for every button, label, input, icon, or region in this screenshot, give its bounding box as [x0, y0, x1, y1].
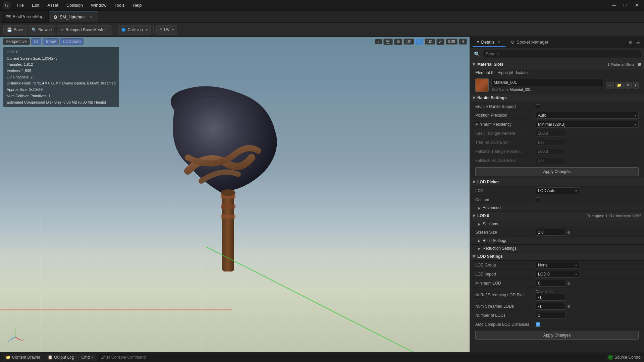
tab-details[interactable]: ≡ Details ✕: [473, 38, 505, 47]
menu-window[interactable]: Window: [88, 2, 110, 8]
camera-speed-button[interactable]: 📷: [383, 39, 393, 45]
num-streamed-lods-input[interactable]: [536, 303, 566, 310]
lod-import-select[interactable]: LOD 0 ▾: [536, 271, 579, 278]
collision-dropdown[interactable]: 🔷 Collision ▾: [118, 25, 150, 35]
minimum-lod-input[interactable]: [536, 280, 566, 287]
keep-triangle-value: [536, 130, 639, 137]
tab-socket-manager[interactable]: ⊙ Socket Manager: [507, 38, 552, 47]
advanced-subsection[interactable]: ▶ Advanced: [470, 204, 644, 212]
auto-compute-lod-checkbox[interactable]: ✓: [536, 322, 540, 327]
nanite-apply-button[interactable]: Apply Changes: [475, 167, 639, 176]
position-precision-select[interactable]: Auto ▾: [536, 112, 639, 119]
details-scroll-area[interactable]: ▶ Material Slots 1 Material Slots ⊕ Elem…: [470, 60, 644, 352]
panel-list-view-button[interactable]: ☰: [635, 40, 641, 46]
nanite-settings-header[interactable]: ▶ Nanite Settings: [470, 94, 644, 102]
lod-selected: LOD Auto: [538, 188, 555, 193]
menu-edit[interactable]: Edit: [29, 2, 43, 8]
stat-collision-primitives: Num Collision Primitives: 1: [7, 93, 116, 99]
menu-asset[interactable]: Asset: [44, 2, 62, 8]
panel-grid-view-button[interactable]: ⊞: [628, 40, 634, 46]
snap-value[interactable]: 10°: [425, 39, 435, 45]
search-input[interactable]: [483, 50, 641, 58]
reduction-settings-subsection[interactable]: ▶ Reduction Settings: [470, 245, 644, 252]
menu-collision[interactable]: Collision: [63, 2, 86, 8]
menu-file[interactable]: File: [13, 2, 27, 8]
lit-button[interactable]: Lit: [31, 38, 42, 45]
build-settings-subsection[interactable]: ▶ Build Settings: [470, 237, 644, 245]
scale-snap-button[interactable]: ⤢: [436, 39, 444, 45]
browse-icon: 🔍: [32, 27, 37, 32]
uv-dropdown[interactable]: ⊞ UV ▾: [156, 25, 177, 35]
perspective-button[interactable]: Perspective: [3, 38, 30, 45]
mat-use-selected-button[interactable]: ←: [606, 82, 614, 88]
material-slot-row: Slot Name Material_001 ← 📁 ✕ ▾: [470, 76, 644, 94]
viewport[interactable]: Perspective Lit Show LOD Auto ⏵ 📷 ⊞ 10° …: [0, 37, 470, 352]
show-button[interactable]: Show: [43, 38, 59, 45]
angle-snap-value[interactable]: 10°: [404, 39, 414, 45]
no-ref-streaming-label: NoRef Streaming LOD Bias: [475, 293, 536, 297]
add-material-slot-button[interactable]: ⊕: [637, 62, 641, 67]
enable-nanite-row: Enable Nanite Support: [470, 102, 644, 111]
mat-clear-button[interactable]: ✕: [625, 82, 632, 88]
grid-button[interactable]: ⊞: [394, 39, 402, 45]
details-tab-close[interactable]: ✕: [496, 40, 501, 45]
stat-approx-size: Approx Size: 0x20x59: [7, 86, 116, 93]
minimum-lod-reset-icon[interactable]: ⊕: [567, 281, 571, 286]
sections-subsection[interactable]: ▶ Sections: [470, 220, 644, 228]
highlight-button[interactable]: Highlight: [497, 70, 513, 75]
minimum-residency-select[interactable]: Minimal (32KB) ▾: [536, 121, 639, 128]
output-log-button[interactable]: 📋 Output Log: [45, 354, 77, 361]
trim-relative-input[interactable]: [536, 139, 566, 146]
lod-group-select[interactable]: None ▾: [536, 262, 579, 268]
isolate-button[interactable]: Isolate: [516, 70, 528, 75]
search-bar: 🔍: [470, 48, 644, 60]
material-name-area: Slot Name Material_001: [491, 79, 603, 92]
no-ref-info-icon[interactable]: ⓘ: [549, 289, 553, 294]
custom-checkbox[interactable]: [536, 197, 540, 202]
num-streamed-reset-icon[interactable]: ⊕: [567, 304, 571, 309]
lod0-arrow: ▶: [472, 215, 476, 217]
lod-settings-apply-button[interactable]: Apply Changes: [475, 331, 639, 340]
lod-picker-header[interactable]: ▶ LOD Picker: [470, 178, 644, 186]
minimize-button[interactable]: ─: [609, 2, 619, 9]
reimport-button[interactable]: ↩ Reimport Base Mesh ⋯: [57, 25, 112, 35]
cmd-dropdown[interactable]: Cmd ▾: [78, 354, 96, 361]
fallback-relative-input[interactable]: [536, 157, 566, 164]
tab-sm-hatchet[interactable]: ⚙ SM_Hatchet+ ✕: [49, 11, 98, 22]
lod-select[interactable]: LOD Auto ▾: [536, 187, 579, 194]
tab-first-person-map[interactable]: 🗺 FirstPersonMap: [1, 11, 49, 22]
tab-close-button[interactable]: ✕: [88, 14, 93, 19]
screen-size-reset-icon[interactable]: ⊕: [567, 230, 571, 235]
lod-auto-button[interactable]: LOD Auto: [60, 38, 84, 45]
lod-settings-header[interactable]: ▶ LOD Settings: [470, 252, 644, 261]
lod-import-chevron: ▾: [575, 273, 577, 276]
mat-browse-button[interactable]: 📁: [615, 82, 624, 88]
material-slots-header[interactable]: ▶ Material Slots 1 Material Slots ⊕: [470, 60, 644, 69]
fov-value[interactable]: 4: [459, 39, 467, 45]
maximize-button[interactable]: □: [621, 2, 630, 9]
rotate-snap-button[interactable]: ⟳: [415, 39, 423, 45]
close-button[interactable]: ✕: [632, 2, 641, 9]
minimum-residency-selected: Minimal (32KB): [538, 122, 566, 127]
tab-sm-hatchet-label: SM_Hatchet+: [60, 14, 86, 19]
screen-size-input[interactable]: [536, 229, 566, 236]
mat-more-button[interactable]: ▾: [633, 82, 639, 88]
keep-triangle-input[interactable]: [536, 130, 566, 137]
material-name-input[interactable]: [491, 79, 603, 86]
number-of-lods-input[interactable]: [536, 312, 566, 319]
lod0-header[interactable]: ▶ LOD 0 Triangles: 1,912 Vertices: 1,595: [470, 212, 644, 220]
fallback-triangle-input[interactable]: [536, 148, 566, 155]
content-drawer-button[interactable]: 📁 Content Drawer: [3, 354, 43, 361]
position-precision-value: Auto ▾: [536, 112, 639, 119]
menu-help[interactable]: Help: [129, 2, 145, 8]
browse-button[interactable]: 🔍 Browse: [28, 25, 55, 35]
save-button[interactable]: 💾 Save: [3, 25, 26, 35]
source-control[interactable]: ✓ Source Control: [608, 355, 641, 360]
lod0-label: LOD 0: [477, 214, 489, 218]
enable-nanite-checkbox[interactable]: [536, 104, 540, 109]
svg-line-13: [10, 337, 15, 340]
no-ref-streaming-input[interactable]: [536, 294, 566, 301]
console-command-input[interactable]: [98, 354, 606, 361]
menu-tools[interactable]: Tools: [111, 2, 128, 8]
scale-value[interactable]: 0.25: [446, 39, 458, 45]
